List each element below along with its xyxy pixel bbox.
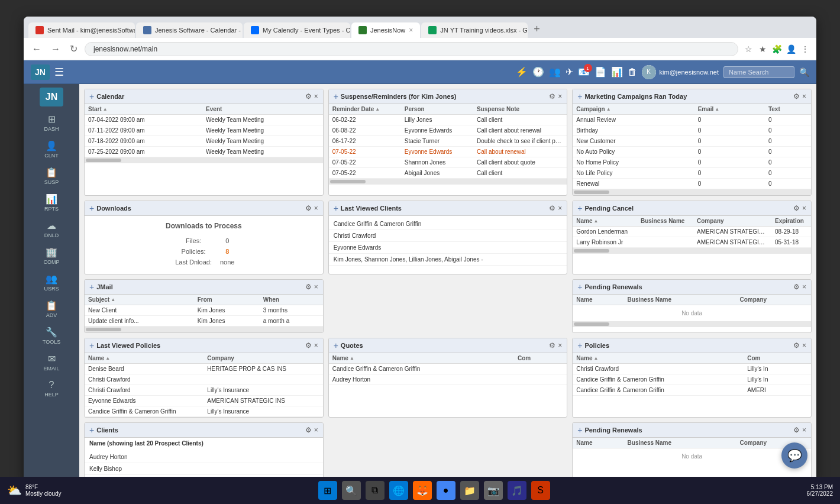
calendar-settings-icon[interactable]: ⚙ <box>305 92 312 101</box>
table-row[interactable]: No Life Policy00 <box>573 168 811 179</box>
sidebar-item-help[interactable]: ? HELP <box>31 376 72 401</box>
list-item[interactable]: Christi Crawford <box>329 230 567 242</box>
downloads-close-icon[interactable]: × <box>314 204 318 212</box>
windows-start-button[interactable]: ⊞ <box>318 481 337 500</box>
quotes-col-name[interactable]: Name▲ <box>329 353 514 364</box>
table-row[interactable]: No Home Policy00 <box>573 157 811 168</box>
app8-button[interactable]: 🎵 <box>508 481 526 500</box>
table-row[interactable]: Larry Robinson JrAMERICAN STRATEGIC INS … <box>573 237 811 248</box>
marketing-close-icon[interactable]: × <box>802 92 806 101</box>
topbar-nav-icon[interactable]: ⚡ <box>516 66 528 77</box>
pc-col-company[interactable]: Company <box>693 216 771 227</box>
search-icon[interactable]: 🔍 <box>799 67 809 77</box>
marketing-settings-icon[interactable]: ⚙ <box>793 92 800 101</box>
policies-settings-icon[interactable]: ⚙ <box>793 341 800 350</box>
table-row[interactable]: 06-02-22Lilly JonesCall client <box>329 115 567 125</box>
refresh-button[interactable]: ↻ <box>67 42 80 56</box>
mkt-col-campaign[interactable]: Campaign▲ <box>573 104 694 115</box>
back-button[interactable]: ← <box>30 43 44 56</box>
table-row[interactable]: Gordon LendermanAMERICAN STRATEGIC INS C… <box>573 227 811 237</box>
pr-top-settings-icon[interactable]: ⚙ <box>793 283 800 291</box>
table-row[interactable]: Candice Griffin & Cameron GriffinAMERI <box>573 385 811 396</box>
pr-bot-close-icon[interactable]: × <box>802 426 806 434</box>
sidebar-item-dash[interactable]: ⊞ DASH <box>31 110 72 135</box>
clients-close-icon[interactable]: × <box>314 426 318 434</box>
marketing-hscroll[interactable] <box>573 189 811 195</box>
pr-bot-settings-icon[interactable]: ⚙ <box>793 426 800 434</box>
marketing-plus-icon[interactable]: + <box>577 92 582 101</box>
bookmark-icon[interactable]: ☆ <box>743 44 754 54</box>
edge-button[interactable]: 🌐 <box>389 481 408 500</box>
tab-jenesis[interactable]: Jenesis Software - Calendar - W... × <box>136 22 243 38</box>
list-item[interactable]: Audrey Horton <box>85 451 323 463</box>
table-row[interactable]: Denise BeardHERITAGE PROP & CAS INS <box>85 364 323 374</box>
sidebar-item-clnt[interactable]: 👤 CLNT <box>31 137 72 162</box>
jmail-close-icon[interactable]: × <box>314 283 318 291</box>
lvp-plus-icon[interactable]: + <box>89 341 94 350</box>
jmail-settings-icon[interactable]: ⚙ <box>305 283 312 291</box>
jmail-col-from[interactable]: From <box>194 295 260 305</box>
quotes-plus-icon[interactable]: + <box>334 341 338 350</box>
pc-plus-icon[interactable]: + <box>577 203 582 213</box>
pr-top-close-icon[interactable]: × <box>802 283 806 291</box>
susp-col-date[interactable]: Reminder Date▲ <box>329 104 401 115</box>
search-taskbar-button[interactable]: 🔍 <box>342 481 361 500</box>
extension-icon[interactable]: 🧩 <box>771 44 782 54</box>
pr-top-col-name[interactable]: Name <box>573 295 623 305</box>
chrome-button[interactable]: ● <box>437 481 455 500</box>
suspense-close-icon[interactable]: × <box>558 92 562 101</box>
table-row[interactable]: Eyvonne EdwardsAMERICAN STRATEGIC INS <box>85 396 323 406</box>
lvc-plus-icon[interactable]: + <box>334 203 338 213</box>
sidebar-item-dnld[interactable]: ☁ DNLD <box>31 217 72 242</box>
calendar-col-event[interactable]: Event <box>202 104 323 115</box>
hamburger-icon[interactable]: ☰ <box>54 66 64 79</box>
sidebar-item-comp[interactable]: 🏢 COMP <box>31 243 72 269</box>
topbar-doc-icon[interactable]: 📄 <box>595 66 606 77</box>
quotes-close-icon[interactable]: × <box>558 341 562 350</box>
table-row[interactable]: New ClientKim Jones3 months <box>85 305 323 316</box>
pr-top-col-company[interactable]: Company <box>736 295 811 305</box>
table-row[interactable]: Christi CrawfordLilly's Insurance <box>85 385 323 396</box>
pol-col-name[interactable]: Name▲ <box>573 353 744 364</box>
quotes-col-com[interactable]: Com <box>514 353 567 364</box>
topbar-clock-icon[interactable]: 🕐 <box>532 66 544 77</box>
new-tab-button[interactable]: + <box>529 21 545 38</box>
table-row[interactable]: 06-17-22Stacie TurnerDouble check to see… <box>329 136 567 147</box>
tab-gmail[interactable]: Sent Mail - kim@jenesisSoftwar... × <box>28 22 135 38</box>
suspense-hscroll[interactable] <box>329 179 567 185</box>
pc-col-name[interactable]: Name▲ <box>573 216 637 227</box>
pr-top-hscroll[interactable] <box>573 321 811 327</box>
list-item[interactable]: Kim Jones, Shannon Jones, Lillian Jones,… <box>329 254 567 266</box>
table-row[interactable]: New Customer00 <box>573 136 811 147</box>
sidebar-item-usrs[interactable]: 👥 USRS <box>31 270 72 295</box>
table-row[interactable]: Candice Griffin & Cameron GriffinLilly's… <box>573 374 811 385</box>
table-row[interactable]: No Auto Policy00 <box>573 147 811 157</box>
mkt-col-email[interactable]: Email▲ <box>694 104 765 115</box>
file-explorer-button[interactable]: 📁 <box>460 481 479 500</box>
table-row[interactable]: Candice Griffin & Cameron GriffinLilly's… <box>85 406 323 417</box>
firefox-button[interactable]: 🦊 <box>413 481 432 500</box>
pr-top-plus-icon[interactable]: + <box>577 282 582 292</box>
tab-jn[interactable]: JenesisNow × <box>351 22 420 38</box>
quotes-settings-icon[interactable]: ⚙ <box>549 341 555 350</box>
calendar-col-start[interactable]: Start▲ <box>85 104 202 115</box>
clients-settings-icon[interactable]: ⚙ <box>305 426 312 434</box>
pc-settings-icon[interactable]: ⚙ <box>793 204 800 212</box>
sidebar-item-rpts[interactable]: 📊 RPTS <box>31 190 72 215</box>
clients-plus-icon[interactable]: + <box>89 425 94 435</box>
table-row[interactable]: 07-11-2022 09:00 amWeekly Team Meeting <box>85 125 323 136</box>
calendar-close-icon[interactable]: × <box>314 92 318 101</box>
suspense-settings-icon[interactable]: ⚙ <box>549 92 555 101</box>
table-row[interactable]: Birthday00 <box>573 125 811 136</box>
tab-sheets[interactable]: JN YT Training videos.xlsx - Goo... × <box>421 22 528 38</box>
forward-button[interactable]: → <box>49 43 63 56</box>
pr-top-col-biz[interactable]: Business Name <box>624 295 736 305</box>
table-row[interactable]: Christi Crawford <box>85 374 323 385</box>
lvp-close-icon[interactable]: × <box>314 341 318 350</box>
jmail-hscroll[interactable] <box>85 327 323 332</box>
jmail-col-subject[interactable]: Subject▲ <box>85 295 194 305</box>
chat-button[interactable]: 💬 <box>781 442 807 469</box>
pc-hscroll[interactable] <box>573 248 811 254</box>
pc-col-exp[interactable]: Expiration <box>771 216 811 227</box>
table-row[interactable]: 07-05-22Shannon JonesCall client about q… <box>329 157 567 168</box>
